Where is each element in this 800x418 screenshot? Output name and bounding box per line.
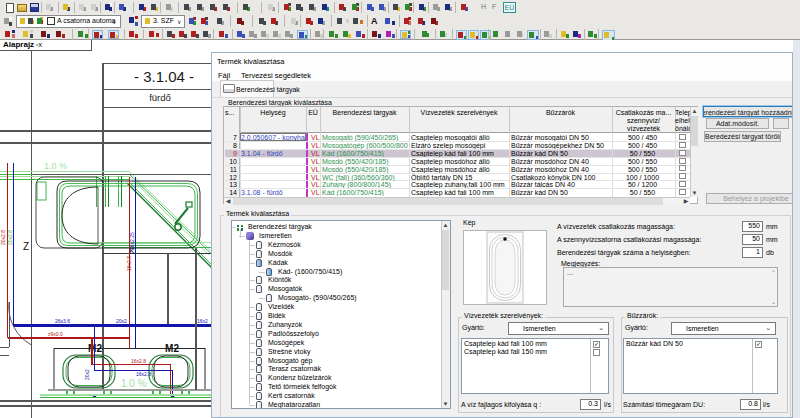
svg-text:16x2: 16x2	[197, 318, 208, 324]
svg-text:- 3.1.04 -: - 3.1.04 -	[134, 68, 194, 85]
svg-text:16x2.8: 16x2.8	[136, 371, 151, 377]
svg-text:20x2.8: 20x2.8	[7, 230, 13, 245]
svg-text:z9x0.0: z9x0.0	[48, 331, 63, 337]
svg-text:20x2: 20x2	[116, 318, 127, 324]
svg-text:K: K	[129, 246, 135, 256]
svg-text:16x2.8: 16x2.8	[126, 256, 132, 271]
svg-text:Z: Z	[23, 241, 29, 252]
svg-text:fürdő: fürdő	[149, 92, 171, 103]
svg-text:16x2.8: 16x2.8	[131, 358, 146, 364]
svg-text:1.0 %: 1.0 %	[44, 161, 67, 171]
svg-text:20x2.8: 20x2.8	[0, 230, 6, 245]
svg-text:26x3.6: 26x3.6	[55, 318, 70, 324]
svg-text:20x2: 20x2	[84, 369, 90, 380]
svg-text:M2: M2	[165, 343, 179, 354]
svg-text:1.0 %: 1.0 %	[121, 378, 147, 389]
